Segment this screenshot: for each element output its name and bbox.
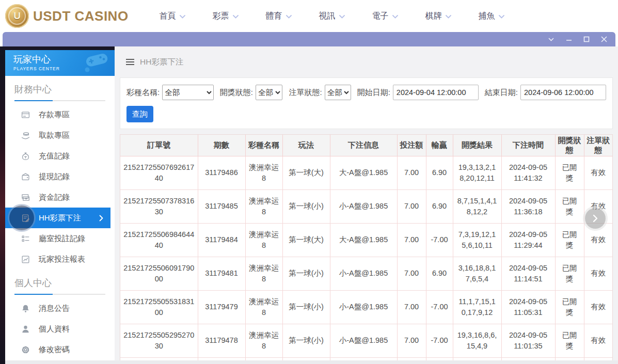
gamepad-icon [82, 51, 112, 75]
order-status-select[interactable]: 全部 [325, 85, 351, 100]
window-chevron-down-icon[interactable] [548, 36, 554, 43]
nav-item-label: 捕魚 [479, 11, 495, 22]
cell-draw-result: 8,7,15,1,4,18,12,2 [453, 190, 501, 224]
cell-order-status: 有效 [584, 156, 612, 190]
nav-item-1[interactable]: 首頁 [146, 11, 199, 22]
nav-item-7[interactable]: 捕魚 [465, 11, 518, 22]
sidebar-item-report-chart[interactable]: 玩家投注報表 [5, 249, 115, 270]
nav-item-label: 體育 [266, 11, 282, 22]
cell-bet-time: 2024-09-05 11:01:35 [501, 324, 555, 358]
banner-text: 玩家中心 PLAYERS CENTER [13, 55, 60, 71]
cell-period: 31179485 [198, 190, 245, 224]
top-header: U USDT CASINO 首頁彩票體育視訊電子棋牌捕魚 [0, 0, 618, 32]
window-body: 玩家中心 PLAYERS CENTER 財務中心存款專區取款專區充值記錄提現記錄… [0, 46, 618, 364]
cell-bet-amount: 7.00 [397, 156, 426, 190]
col-header-win-loss: 輸贏 [426, 135, 453, 156]
chevron-down-icon [499, 11, 504, 21]
section-title-1: 財務中心 [14, 83, 115, 96]
chevron-down-icon [392, 11, 398, 21]
end-date-input[interactable] [520, 85, 606, 100]
col-header-bet-time: 下注時間 [501, 135, 555, 156]
sidebar-item-label: HH彩票下注 [39, 213, 81, 223]
cell-draw-status: 已開獎 [555, 156, 584, 190]
table-row: 215217255052952703031179478澳洲幸运8第一球(小)小-… [120, 324, 612, 358]
draw-status-select[interactable]: 全部 [256, 85, 282, 100]
sidebar-item-label: 廳室投註記錄 [39, 234, 85, 244]
nav-item-label: 首頁 [160, 11, 176, 22]
col-header-draw-status: 開獎狀態 [555, 135, 584, 156]
nav-item-label: 彩票 [213, 11, 229, 22]
sidebar-item-gear[interactable]: 修改密碼 [5, 339, 115, 360]
nav-item-4[interactable]: 視訊 [305, 11, 358, 22]
sidebar-item-moneybag[interactable]: 充值記錄 [5, 146, 115, 166]
cell-play-type: 第一球(大) [282, 156, 330, 190]
moneybag-icon [21, 151, 30, 161]
nav-item-label: 棋牌 [425, 11, 442, 22]
bet-note-icon [21, 213, 30, 223]
cell-bet-info: 大-A盤@1.985 [330, 156, 397, 190]
table-row: 215217255060917900031179481澳洲幸运8第一球(小)小-… [120, 257, 612, 291]
carousel-next-button[interactable] [585, 208, 606, 229]
sidebar-item-label: 個人資料 [39, 324, 70, 334]
nav-item-3[interactable]: 體育 [252, 11, 305, 22]
col-header-order-no: 訂單號 [120, 135, 198, 156]
table-header-row: 訂單號期數彩種名稱玩法下注信息投注額輸贏開獎結果下注時間開獎狀態注單狀態 [120, 135, 612, 156]
window-maximize-icon[interactable] [583, 36, 590, 43]
nav-item-6[interactable]: 棋牌 [411, 11, 465, 22]
cell-draw-result: 19,3,13,2,18,20,12,11 [453, 156, 501, 190]
sidebar-item-withdraw-hand[interactable]: 取款專區 [5, 125, 115, 146]
menu-hamburger-icon[interactable] [126, 59, 134, 65]
col-header-lottery-name: 彩種名稱 [245, 135, 282, 156]
person-icon [21, 324, 30, 334]
cell-period: 31179484 [198, 224, 245, 257]
section-underline [14, 100, 105, 101]
chevron-down-icon [233, 11, 239, 21]
col-header-bet-amount: 投注額 [397, 135, 426, 156]
sidebar-item-bell[interactable]: 消息公告 [5, 298, 115, 319]
background-edge [0, 46, 115, 50]
site-logo[interactable]: U USDT CASINO [0, 4, 127, 28]
nav-item-5[interactable]: 電子 [358, 11, 411, 22]
search-button[interactable]: 查詢 [126, 106, 153, 122]
sidebar-item-person[interactable]: 個人資料 [5, 319, 115, 339]
window-close-icon[interactable] [600, 36, 607, 43]
col-header-order-status: 注單狀態 [584, 135, 612, 156]
sidebar-item-label: 充值記錄 [39, 151, 70, 161]
coin-letter: U [8, 7, 26, 25]
logo-text: USDT CASINO [33, 8, 129, 24]
banner-title: 玩家中心 [13, 55, 60, 65]
order-status-label: 注單狀態: [289, 88, 322, 98]
bet-table-panel: 訂單號期數彩種名稱玩法下注信息投注額輸贏開獎結果下注時間開獎狀態注單狀態 215… [120, 134, 613, 364]
sidebar-item-wallet[interactable]: 提現記錄 [5, 166, 115, 187]
window-minimize-icon[interactable] [565, 36, 572, 43]
sidebar-item-bet-note[interactable]: HH彩票下注 [5, 208, 110, 228]
cell-period: 31179486 [198, 156, 245, 190]
cell-bet-info: 小-A盤@1.985 [330, 324, 397, 358]
cell-bet-time: 2024-09-05 11:14:51 [501, 257, 555, 291]
sidebar-item-label: 取款專區 [39, 131, 70, 140]
sidebar-item-banknotes[interactable]: 資金記錄 [5, 187, 115, 208]
banknotes-icon [21, 193, 30, 202]
start-date-input[interactable] [393, 85, 479, 100]
cell-lottery-name: 澳洲幸运8 [245, 257, 282, 291]
sidebar-item-deposit-card[interactable]: 存款專區 [5, 104, 115, 125]
sidebar-item-list[interactable]: 廳室投註記錄 [5, 228, 115, 249]
cell-draw-result: 3,16,18,8,17,6,5,4 [453, 257, 501, 291]
report-chart-icon [21, 255, 30, 264]
breadcrumb: HH彩票下注 [115, 46, 618, 77]
cell-win-loss: -7.00 [426, 324, 453, 358]
cell-play-type: 第一球(小) [282, 324, 330, 358]
cell-order-no: 2152172550553183100 [120, 291, 198, 324]
cell-bet-amount: 7.00 [397, 257, 426, 291]
cell-order-no: 2152172550737831630 [120, 190, 198, 224]
cell-draw-status: 已開獎 [555, 324, 584, 358]
wallet-icon [21, 172, 30, 181]
lottery-name-select[interactable]: 全部 [162, 85, 214, 100]
cell-order-no: 2152172550698464440 [120, 224, 198, 257]
cell-order-status: 有效 [584, 257, 612, 291]
cell-draw-result: 19,3,16,8,6,15,4,9 [453, 324, 501, 358]
cell-order-status: 有效 [584, 291, 612, 324]
background-image-strip [0, 46, 5, 364]
section-underline [14, 294, 105, 295]
nav-item-2[interactable]: 彩票 [199, 11, 252, 22]
